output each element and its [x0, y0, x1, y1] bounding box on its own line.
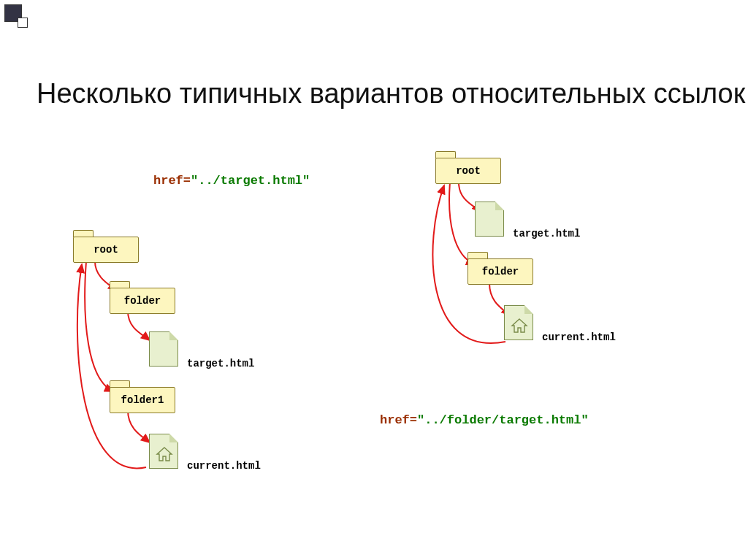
href-example-2: href="../folder/target.html": [380, 413, 589, 427]
left-current-file: [149, 434, 178, 469]
right-tree-arrows: [365, 139, 745, 548]
right-folder: folder: [468, 258, 533, 285]
right-target-label: target.html: [513, 228, 580, 239]
left-root-folder: root: [73, 237, 139, 263]
folder-label: folder: [482, 266, 519, 277]
diagram-area: href="../target.html" href="../folder/ta…: [0, 139, 748, 548]
left-folder-a: folder: [110, 288, 175, 314]
left-folder-b: folder1: [110, 387, 175, 413]
href-keyword: href=: [153, 174, 191, 188]
href-keyword: href=: [380, 413, 417, 427]
folder-label: root: [456, 165, 481, 177]
left-current-label: current.html: [187, 460, 261, 472]
href-value: "../target.html": [191, 174, 310, 188]
home-icon: [156, 446, 173, 462]
slide-decor-square-small: [18, 18, 28, 28]
folder-label: root: [94, 244, 118, 256]
folder-label: folder1: [121, 394, 164, 406]
left-target-file: [149, 331, 178, 367]
href-value: "../folder/target.html": [417, 413, 589, 427]
home-icon: [511, 318, 528, 334]
left-target-label: target.html: [187, 358, 254, 369]
right-current-file: [504, 305, 533, 340]
right-current-label: current.html: [542, 331, 616, 343]
href-example-1: href="../target.html": [153, 174, 310, 188]
left-tree-arrows: [0, 139, 365, 548]
folder-label: folder: [124, 295, 161, 307]
slide-title: Несколько типичных вариантов относительн…: [37, 77, 745, 112]
right-target-file: [475, 202, 504, 237]
right-root-folder: root: [435, 158, 501, 184]
